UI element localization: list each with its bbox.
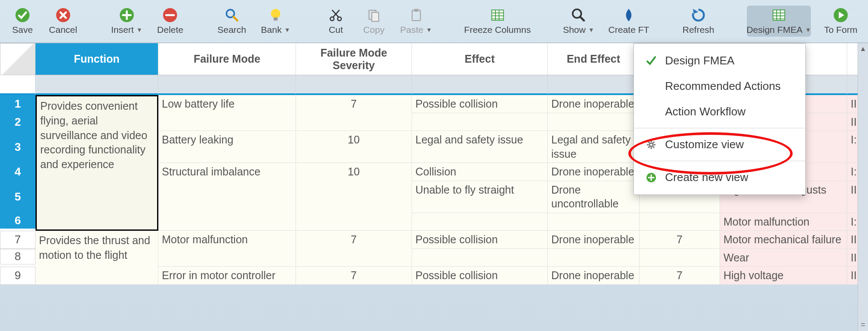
table-cell[interactable]: 10	[296, 131, 412, 163]
menu-create-new-view[interactable]: Create new view	[634, 165, 805, 190]
row-num[interactable]: 4	[0, 163, 35, 181]
plus-icon	[119, 7, 135, 23]
grid-icon	[490, 7, 505, 23]
cancel-button[interactable]: Cancel	[48, 6, 79, 37]
copy-button[interactable]: Copy	[361, 6, 387, 37]
magnify-icon	[571, 7, 586, 23]
table-cell[interactable]	[412, 213, 548, 231]
table-cell[interactable]: 7	[296, 231, 412, 267]
refresh-icon	[691, 7, 706, 23]
table-cell[interactable]: Possible collision	[412, 267, 548, 285]
table-cell[interactable]: 7	[296, 267, 412, 285]
table-cell[interactable]: 7	[640, 267, 720, 285]
toolbar: Save Cancel Insert▼ Delete Search Bank▼ …	[0, 0, 868, 43]
table-cell[interactable]: Structural imbalance	[158, 163, 296, 231]
design-fmea-button[interactable]: Design FMEA▼	[747, 6, 811, 37]
table-cell[interactable]: Wear	[720, 249, 847, 267]
chevron-down-icon: ▼	[426, 26, 432, 33]
col-severity[interactable]: Failure Mode Severity	[296, 43, 412, 75]
col-end-effect[interactable]: End Effect	[548, 43, 640, 75]
row-num[interactable]: 6	[0, 213, 35, 229]
menu-customize-view[interactable]: Customize view	[634, 132, 805, 157]
play-icon	[833, 7, 849, 23]
col-effect[interactable]: Effect	[412, 43, 548, 75]
row-num[interactable]: 2	[0, 113, 35, 131]
delete-button[interactable]: Delete	[156, 6, 185, 37]
table-cell[interactable]: Possible collision	[412, 95, 548, 113]
search-icon	[224, 7, 240, 23]
table-cell[interactable]: Motor mechanical failure	[720, 231, 847, 249]
design-fmea-menu: Design FMEA Recommended Actions Action W…	[633, 43, 806, 195]
row-num[interactable]: 1	[0, 95, 35, 113]
table-cell[interactable]	[640, 213, 720, 231]
col-failure-mode[interactable]: Failure Mode	[158, 43, 296, 75]
tree-icon	[621, 7, 637, 23]
table-cell[interactable]: Motor malfunction	[720, 213, 847, 231]
bank-button[interactable]: Bank▼	[260, 6, 292, 37]
table-cell[interactable]: Low battery life	[158, 95, 296, 131]
table-cell[interactable]	[412, 113, 548, 131]
show-button[interactable]: Show▼	[562, 6, 595, 37]
freeze-columns-button[interactable]: Freeze Columns	[464, 6, 530, 37]
sheet-icon	[771, 7, 787, 23]
table-cell[interactable]: Provides convenient flying, aerial surve…	[35, 95, 158, 231]
vertical-scrollbar[interactable]: ▲ =	[858, 43, 868, 331]
table-cell[interactable]: Legal and safety issue	[548, 131, 640, 163]
svg-point-17	[649, 143, 653, 146]
scroll-handle-icon[interactable]: =	[861, 320, 865, 329]
svg-point-5	[271, 9, 280, 19]
check-icon	[645, 56, 657, 66]
paste-button[interactable]: Paste▼	[399, 6, 433, 37]
table-cell[interactable]	[548, 113, 640, 131]
table-cell[interactable]	[548, 249, 640, 267]
table-cell[interactable]	[412, 249, 548, 267]
svg-rect-6	[273, 17, 277, 20]
corner-cell[interactable]	[0, 43, 35, 75]
insert-button[interactable]: Insert▼	[110, 6, 144, 37]
col-function[interactable]: Function	[35, 43, 158, 75]
table-cell[interactable]: Battery leaking	[158, 131, 296, 163]
x-icon	[55, 7, 71, 23]
table-cell[interactable]: Provides the thrust and motion to the fl…	[35, 231, 158, 285]
row-num[interactable]: 3	[0, 131, 35, 163]
cut-button[interactable]: Cut	[323, 6, 349, 37]
table-cell[interactable]: 7	[296, 95, 412, 131]
chevron-down-icon: ▼	[588, 26, 594, 33]
menu-recommended-actions[interactable]: Recommended Actions	[634, 73, 805, 99]
table-cell[interactable]	[548, 213, 640, 231]
gear-icon	[645, 140, 657, 150]
create-ft-button[interactable]: Create FT	[608, 6, 650, 37]
table-cell[interactable]: High voltage	[720, 267, 847, 285]
table-cell[interactable]: Drone inoperable	[548, 267, 640, 285]
save-button[interactable]: Save	[10, 6, 35, 37]
table-cell[interactable]: Collision	[412, 163, 548, 181]
table-cell[interactable]: Drone inoperable	[548, 163, 640, 181]
chevron-down-icon: ▼	[284, 26, 290, 33]
table-cell[interactable]: 10	[296, 163, 412, 231]
menu-action-workflow[interactable]: Action Workflow	[634, 99, 805, 124]
row-num[interactable]: 5	[0, 181, 35, 213]
table-cell[interactable]: Possible collision	[412, 231, 548, 249]
table-cell[interactable]: Unable to fly straight	[412, 181, 548, 213]
refresh-button[interactable]: Refresh	[682, 6, 716, 37]
table-cell[interactable]: Legal and safety issue	[412, 131, 548, 163]
check-icon	[15, 7, 30, 23]
table-cell[interactable]: Drone uncontrollable	[548, 181, 640, 213]
to-form-button[interactable]: To Form	[823, 6, 858, 37]
chevron-down-icon: ▼	[136, 26, 142, 33]
svg-rect-12	[414, 9, 418, 12]
search-button[interactable]: Search	[216, 6, 248, 37]
bulb-icon	[268, 7, 283, 23]
table-cell[interactable]: Drone inoperable	[548, 231, 640, 249]
table-cell[interactable]: Motor malfunction	[158, 231, 296, 267]
table-cell[interactable]: Error in motor controller	[158, 267, 296, 285]
row-num[interactable]: 8	[0, 249, 35, 264]
scroll-up-icon[interactable]: ▲	[860, 45, 867, 53]
table-cell[interactable]: Drone inoperable	[548, 95, 640, 113]
table-cell[interactable]	[640, 249, 720, 267]
menu-design-fmea[interactable]: Design FMEA	[634, 48, 805, 73]
row-num[interactable]: 7	[0, 231, 35, 249]
table-cell[interactable]: 7	[640, 231, 720, 249]
row-num[interactable]: 9	[0, 267, 35, 285]
paste-icon	[408, 7, 424, 23]
